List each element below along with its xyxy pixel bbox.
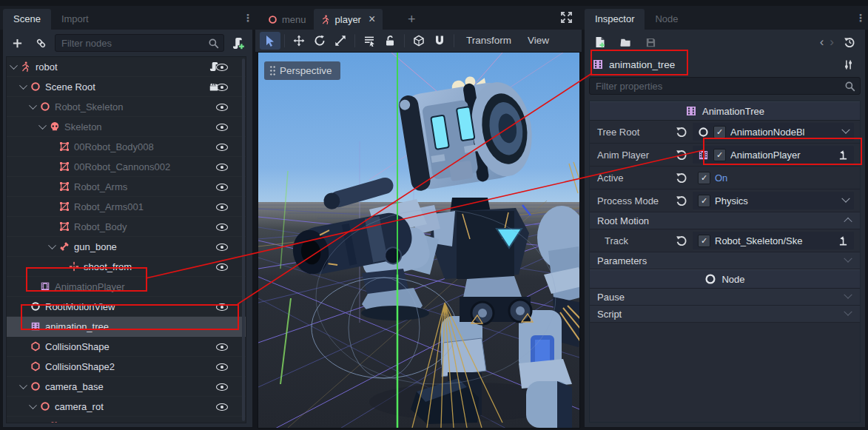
list-select-tool-icon[interactable]: [359, 32, 380, 50]
tree-row[interactable]: 00Robot_Cannons002: [7, 157, 246, 177]
expander-chevron-icon[interactable]: [29, 101, 37, 110]
inspector-row[interactable]: Active ✓ On: [590, 167, 860, 189]
checkbox[interactable]: ✓: [713, 126, 726, 138]
view-menu[interactable]: View: [519, 32, 557, 50]
tree-row[interactable]: 00Robot_Body008: [7, 137, 246, 157]
visibility-eye-icon[interactable]: [216, 301, 228, 312]
tab-scene[interactable]: Scene: [3, 9, 51, 30]
visibility-eye-icon[interactable]: [216, 381, 228, 392]
perspective-menu[interactable]: Perspective: [264, 61, 340, 80]
revert-icon[interactable]: [676, 235, 687, 246]
history-forward-icon[interactable]: ›: [830, 35, 834, 50]
revert-icon[interactable]: [676, 149, 687, 161]
inspector-row[interactable]: Process Mode ✓ Physics: [590, 189, 860, 212]
inspector-row[interactable]: Track ✓ Robot_Skeleton/Ske: [590, 229, 860, 252]
history-icon[interactable]: [840, 33, 859, 51]
visibility-eye-icon[interactable]: [216, 401, 228, 412]
tree-row[interactable]: CollisionShape2: [7, 357, 246, 377]
3d-viewport[interactable]: Perspective: [258, 52, 580, 429]
expander-chevron-icon[interactable]: [48, 241, 56, 249]
tree-row[interactable]: Robot_Body: [7, 217, 246, 237]
visibility-eye-icon[interactable]: [216, 241, 228, 252]
expander-chevron-icon[interactable]: [19, 381, 27, 389]
inspector-row[interactable]: AnimationTree ✓: [590, 101, 860, 121]
group-selected-icon[interactable]: [408, 32, 429, 50]
tree-row[interactable]: Robot_Arms: [7, 177, 246, 197]
visibility-eye-icon[interactable]: [216, 121, 228, 132]
visibility-eye-icon[interactable]: [216, 61, 228, 73]
inspector-row[interactable]: Node ✓: [590, 269, 860, 289]
transform-menu[interactable]: Transform: [458, 32, 519, 50]
tree-row[interactable]: shoot_from: [7, 257, 246, 277]
add-scene-tab-icon[interactable]: +: [408, 9, 416, 30]
inspector-dock-menu-icon[interactable]: ⋮: [855, 12, 866, 24]
expander-chevron-icon[interactable]: [10, 61, 18, 70]
checkbox[interactable]: ✓: [698, 172, 710, 184]
checkbox[interactable]: ✓: [698, 235, 710, 247]
visibility-eye-icon[interactable]: [216, 261, 228, 272]
filter-properties-input[interactable]: [589, 77, 861, 95]
object-tools-icon[interactable]: [838, 56, 858, 73]
load-resource-button[interactable]: [616, 33, 635, 51]
visibility-eye-icon[interactable]: [216, 361, 228, 372]
scene-dock-menu-icon[interactable]: ⋮: [243, 12, 253, 24]
revert-icon[interactable]: [676, 195, 687, 206]
lock-selected-icon[interactable]: [380, 32, 400, 50]
revert-icon[interactable]: [676, 172, 687, 184]
tree-row[interactable]: animation_tree: [7, 317, 246, 337]
tree-row[interactable]: gun_bone: [7, 237, 246, 257]
rotate-tool-icon[interactable]: [309, 32, 330, 50]
tree-row[interactable]: camera_rot: [7, 397, 246, 417]
tree-row[interactable]: Scene Root: [7, 77, 246, 97]
tree-row[interactable]: Skeleton: [7, 117, 246, 137]
visibility-eye-icon[interactable]: [216, 221, 228, 232]
inspector-row[interactable]: Root Motion ✓: [590, 212, 860, 229]
visibility-eye-icon[interactable]: [216, 181, 228, 192]
select-tool-icon[interactable]: [260, 32, 280, 50]
tree-row[interactable]: Robot_Skeleton: [7, 97, 246, 117]
property-value-cell[interactable]: ✓ On: [693, 169, 854, 187]
close-tab-icon[interactable]: ×: [369, 14, 375, 24]
visibility-eye-icon[interactable]: [216, 101, 228, 112]
scene-tab[interactable]: menu ×: [260, 9, 314, 30]
tree-row[interactable]: robot: [7, 57, 246, 77]
move-tool-icon[interactable]: [289, 32, 309, 50]
inspector-row[interactable]: Anim Player ✓ AnimationPlayer: [590, 144, 860, 167]
tree-row[interactable]: camera_base: [7, 377, 246, 397]
inspector-row[interactable]: Script ✓: [590, 306, 860, 323]
expand-viewport-icon[interactable]: [560, 11, 573, 24]
visibility-eye-icon[interactable]: [216, 421, 228, 424]
inspector-row[interactable]: Tree Root ✓ AnimationNodeBl: [590, 121, 860, 144]
new-resource-button[interactable]: [591, 33, 610, 51]
expander-chevron-icon[interactable]: [38, 121, 47, 130]
attach-script-button[interactable]: [229, 34, 248, 52]
visibility-eye-icon[interactable]: [216, 161, 228, 172]
property-value-cell[interactable]: ✓ AnimationPlayer: [693, 146, 854, 164]
scene-tab[interactable]: player ×: [314, 9, 383, 30]
tree-row[interactable]: AnimationPlayer: [7, 277, 246, 297]
checkbox[interactable]: ✓: [713, 149, 726, 161]
visibility-eye-icon[interactable]: [216, 81, 228, 93]
inspector-row[interactable]: Parameters ✓: [590, 252, 860, 269]
visibility-eye-icon[interactable]: [216, 201, 228, 212]
inspector-row[interactable]: Pause ✓: [590, 289, 860, 306]
assign-pin-icon[interactable]: [838, 235, 849, 246]
tab-import[interactable]: Import: [51, 9, 99, 30]
tree-row[interactable]: Robot_Arms001: [7, 197, 246, 217]
assign-pin-icon[interactable]: [838, 150, 849, 161]
property-value-cell[interactable]: ✓ Physics: [693, 192, 854, 209]
expander-chevron-icon[interactable]: [29, 401, 37, 409]
scale-tool-icon[interactable]: [330, 32, 351, 50]
add-node-button[interactable]: [7, 34, 27, 52]
expander-chevron-icon[interactable]: [19, 81, 27, 90]
tab-inspector[interactable]: Inspector: [585, 9, 645, 30]
revert-icon[interactable]: [676, 126, 687, 138]
tab-node[interactable]: Node: [645, 9, 688, 30]
instance-scene-button[interactable]: [31, 34, 50, 52]
history-back-icon[interactable]: ‹: [820, 35, 824, 50]
tree-row[interactable]: CollisionShape: [7, 337, 246, 357]
property-value-cell[interactable]: ✓ Robot_Skeleton/Ske: [693, 232, 854, 249]
visibility-eye-icon[interactable]: [216, 141, 228, 152]
snap-icon[interactable]: [429, 32, 450, 50]
property-value-cell[interactable]: ✓ AnimationNodeBl: [693, 123, 854, 141]
